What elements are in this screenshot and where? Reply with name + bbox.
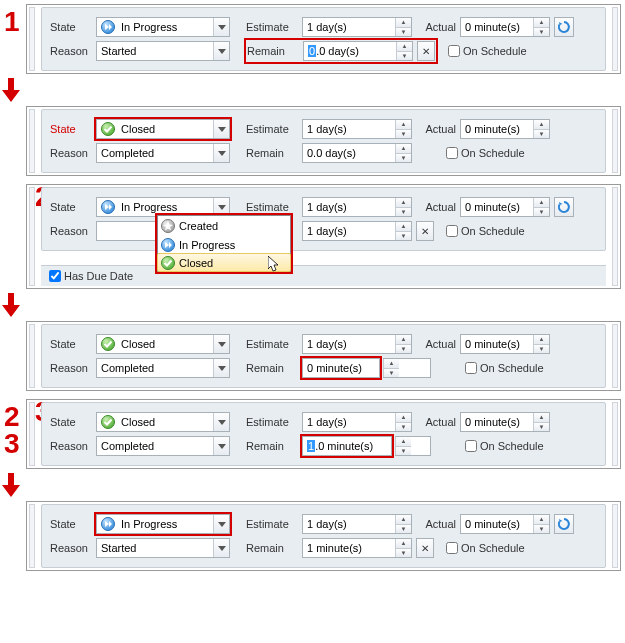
- spinner-buttons[interactable]: ▲▼: [395, 222, 411, 240]
- has-due-date-checkbox[interactable]: Has Due Date: [49, 270, 598, 282]
- estimate-input[interactable]: 1 day(s)▲▼: [302, 412, 412, 432]
- spin-up[interactable]: ▲: [534, 515, 549, 524]
- clear-button[interactable]: ✕: [416, 221, 434, 241]
- spin-up[interactable]: ▲: [396, 437, 411, 446]
- spin-down[interactable]: ▼: [384, 368, 399, 378]
- actual-input[interactable]: 0 minute(s)▲▼: [460, 334, 550, 354]
- remain-input[interactable]: 0.0 day(s)▲▼: [302, 143, 412, 163]
- spin-down[interactable]: ▼: [396, 446, 411, 456]
- splitter-right[interactable]: [612, 109, 618, 173]
- checkbox-icon[interactable]: [465, 440, 477, 452]
- dropdown-item-inprogress[interactable]: In Progress: [158, 235, 290, 254]
- checkbox-icon[interactable]: [446, 542, 458, 554]
- chevron-down-icon[interactable]: [213, 18, 229, 36]
- checkbox-icon[interactable]: [446, 225, 458, 237]
- chevron-down-icon[interactable]: [213, 335, 229, 353]
- actual-input[interactable]: 0 minute(s)▲▼: [460, 412, 550, 432]
- spin-down[interactable]: ▼: [534, 422, 549, 432]
- remain-input[interactable]: 1.0 minute(s): [302, 436, 392, 456]
- reason-combo[interactable]: Completed: [96, 436, 230, 456]
- on-schedule-checkbox[interactable]: On Schedule: [465, 362, 544, 374]
- chevron-down-icon[interactable]: [213, 437, 229, 455]
- spinner-buttons[interactable]: ▲▼: [533, 413, 549, 431]
- reason-combo[interactable]: Started: [96, 538, 230, 558]
- splitter-right[interactable]: [612, 324, 618, 388]
- spin-up[interactable]: ▲: [534, 335, 549, 344]
- spinner-buttons[interactable]: ▲▼: [533, 18, 549, 36]
- spin-down[interactable]: ▼: [396, 129, 411, 139]
- spin-down[interactable]: ▼: [396, 153, 411, 163]
- spinner-buttons[interactable]: ▲▼: [395, 198, 411, 216]
- on-schedule-checkbox[interactable]: On Schedule: [448, 45, 527, 57]
- chevron-down-icon[interactable]: [213, 198, 229, 216]
- checkbox-icon[interactable]: [448, 45, 460, 57]
- spinner-buttons[interactable]: ▲▼: [395, 18, 411, 36]
- spin-up[interactable]: ▲: [396, 18, 411, 27]
- splitter-right[interactable]: [612, 402, 618, 466]
- on-schedule-checkbox[interactable]: On Schedule: [446, 542, 525, 554]
- spin-down[interactable]: ▼: [396, 27, 411, 37]
- on-schedule-checkbox[interactable]: On Schedule: [446, 147, 525, 159]
- spinner-buttons[interactable]: ▲▼: [533, 198, 549, 216]
- spin-up[interactable]: ▲: [534, 120, 549, 129]
- reason-combo[interactable]: Started: [96, 41, 230, 61]
- spin-up[interactable]: ▲: [396, 335, 411, 344]
- actual-input[interactable]: 0 minute(s)▲▼: [460, 17, 550, 37]
- spinner-buttons[interactable]: ▲▼: [396, 42, 412, 60]
- on-schedule-checkbox[interactable]: On Schedule: [465, 440, 544, 452]
- actual-input[interactable]: 0 minute(s)▲▼: [460, 514, 550, 534]
- state-combo[interactable]: In Progress: [96, 514, 230, 534]
- spinner-buttons[interactable]: ▲▼: [395, 515, 411, 533]
- state-combo[interactable]: Closed: [96, 119, 230, 139]
- splitter-right[interactable]: [612, 187, 618, 286]
- state-dropdown[interactable]: CreatedIn ProgressClosed: [157, 215, 291, 272]
- spin-up[interactable]: ▲: [534, 18, 549, 27]
- checkbox-icon[interactable]: [465, 362, 477, 374]
- splitter-left[interactable]: [29, 109, 35, 173]
- spin-down[interactable]: ▼: [534, 344, 549, 354]
- spinner-buttons[interactable]: ▲▼: [383, 359, 399, 377]
- estimate-input[interactable]: 1 day(s)▲▼: [302, 334, 412, 354]
- clear-button[interactable]: ✕: [416, 538, 434, 558]
- state-combo[interactable]: Closed: [96, 412, 230, 432]
- remain-input-ext[interactable]: ▲▼: [395, 436, 431, 456]
- remain-input[interactable]: 0 minute(s): [302, 358, 380, 378]
- remain-input[interactable]: 1 day(s)▲▼: [302, 221, 412, 241]
- chevron-down-icon[interactable]: [213, 515, 229, 533]
- splitter-right[interactable]: [612, 504, 618, 568]
- spin-up[interactable]: ▲: [534, 413, 549, 422]
- spin-down[interactable]: ▼: [534, 129, 549, 139]
- spin-up[interactable]: ▲: [396, 413, 411, 422]
- spin-down[interactable]: ▼: [396, 422, 411, 432]
- spin-down[interactable]: ▼: [534, 207, 549, 217]
- spinner-buttons[interactable]: ▲▼: [533, 120, 549, 138]
- spinner-buttons[interactable]: ▲▼: [395, 539, 411, 557]
- splitter-left[interactable]: [29, 7, 35, 71]
- chevron-down-icon[interactable]: [213, 539, 229, 557]
- clear-button[interactable]: ✕: [417, 41, 435, 61]
- spin-up[interactable]: ▲: [396, 198, 411, 207]
- spinner-buttons[interactable]: ▲▼: [395, 437, 411, 455]
- spinner-buttons[interactable]: ▲▼: [533, 515, 549, 533]
- chevron-down-icon[interactable]: [213, 120, 229, 138]
- estimate-input[interactable]: 1 day(s)▲▼: [302, 17, 412, 37]
- checkbox-icon[interactable]: [446, 147, 458, 159]
- state-combo[interactable]: Closed: [96, 334, 230, 354]
- on-schedule-checkbox[interactable]: On Schedule: [446, 225, 525, 237]
- spinner-buttons[interactable]: ▲▼: [533, 335, 549, 353]
- chevron-down-icon[interactable]: [213, 413, 229, 431]
- dropdown-item-closed[interactable]: Closed: [157, 253, 291, 272]
- spin-down[interactable]: ▼: [534, 27, 549, 37]
- dropdown-item-created[interactable]: Created: [158, 216, 290, 235]
- estimate-input[interactable]: 1 day(s)▲▼: [302, 514, 412, 534]
- refresh-button[interactable]: [554, 514, 574, 534]
- spin-down[interactable]: ▼: [396, 548, 411, 558]
- reason-combo[interactable]: Completed: [96, 143, 230, 163]
- remain-input[interactable]: 1 minute(s)▲▼: [302, 538, 412, 558]
- estimate-input[interactable]: 1 day(s)▲▼: [302, 197, 412, 217]
- spin-up[interactable]: ▲: [384, 359, 399, 368]
- refresh-button[interactable]: [554, 197, 574, 217]
- spin-down[interactable]: ▼: [396, 524, 411, 534]
- actual-input[interactable]: 0 minute(s)▲▼: [460, 119, 550, 139]
- spinner-buttons[interactable]: ▲▼: [395, 413, 411, 431]
